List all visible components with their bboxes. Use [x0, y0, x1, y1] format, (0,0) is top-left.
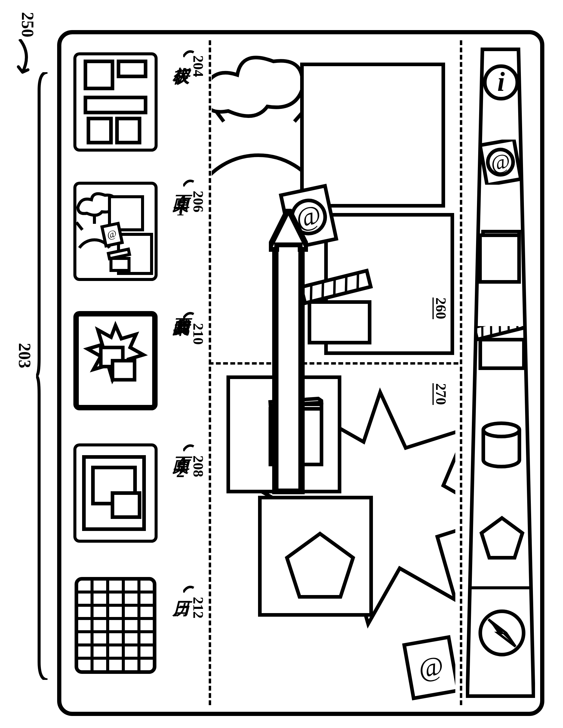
expanded-desktop1[interactable]: @	[212, 43, 455, 359]
ref-204: 204	[190, 55, 207, 77]
ref-250: 250	[18, 12, 37, 37]
svg-rect-39	[309, 302, 370, 343]
expanded-mydesktop[interactable]: @	[212, 365, 455, 705]
dock-compass-icon[interactable]	[478, 609, 526, 657]
svg-rect-4	[117, 119, 140, 143]
thumb-desktop2[interactable]	[73, 443, 158, 543]
ref-212: 212	[190, 597, 207, 618]
ref-203: 203	[15, 343, 34, 368]
thumb-calendar[interactable]	[73, 576, 158, 675]
drag-arrow	[269, 209, 308, 495]
svg-text:@: @	[489, 149, 512, 175]
dock-mail-icon[interactable]: @	[481, 140, 520, 185]
svg-rect-18	[112, 493, 140, 517]
svg-marker-51	[269, 210, 308, 249]
ref-210: 210	[190, 323, 207, 345]
dock-trash-icon[interactable]	[480, 421, 522, 470]
panel-split	[209, 362, 458, 365]
thumb-mydesktop[interactable]	[73, 311, 158, 410]
svg-rect-3	[88, 119, 111, 143]
svg-rect-1	[118, 61, 146, 76]
ref-270: 270	[433, 383, 449, 405]
brace-203	[36, 72, 48, 680]
dock-pentagon-icon[interactable]	[479, 516, 525, 561]
thumb-dashboard[interactable]	[73, 52, 158, 152]
svg-rect-0	[85, 61, 112, 88]
svg-rect-12	[111, 258, 129, 270]
svg-text:@: @	[416, 650, 446, 684]
screen-frame: 仪表板 204	[57, 30, 544, 716]
svg-text:i: i	[497, 67, 505, 97]
dock-info-icon[interactable]: i	[483, 64, 519, 100]
separator-strip	[209, 40, 211, 705]
svg-line-6	[76, 222, 82, 230]
svg-rect-2	[85, 97, 146, 113]
svg-rect-57	[480, 340, 524, 368]
separator-dock	[460, 40, 462, 705]
ref-206: 206	[190, 191, 207, 212]
ref-260: 260	[433, 298, 449, 319]
dock-folder-icon[interactable]	[478, 230, 524, 284]
ref-208: 208	[190, 455, 207, 477]
figure-250: 250 203 仪表板 204	[12, 12, 551, 716]
dock-movies-icon[interactable]	[477, 326, 527, 371]
svg-rect-15	[112, 361, 134, 380]
svg-rect-50	[276, 245, 301, 491]
dock: i @	[466, 46, 535, 699]
thumb-desktop1[interactable]: @	[73, 182, 158, 281]
